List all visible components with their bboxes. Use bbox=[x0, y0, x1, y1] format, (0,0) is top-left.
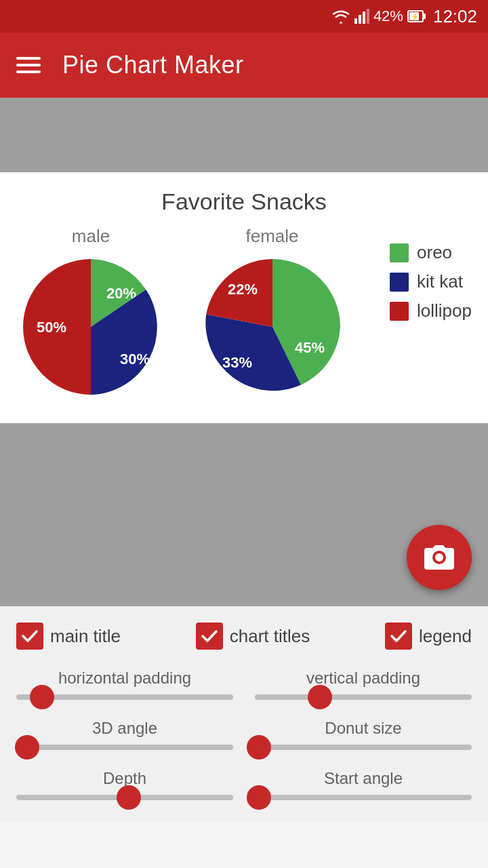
sliders-grid: horizontal padding vertical padding 3D a… bbox=[16, 669, 472, 800]
slider-start-angle-track[interactable] bbox=[255, 795, 472, 800]
camera-icon bbox=[422, 540, 457, 575]
legend-color-kitkat bbox=[390, 273, 409, 292]
chart-titles-checkbox[interactable] bbox=[196, 623, 223, 650]
slider-horizontal-padding-thumb[interactable] bbox=[30, 685, 54, 709]
slider-depth-thumb[interactable] bbox=[117, 785, 141, 810]
slider-horizontal-padding-track[interactable] bbox=[16, 694, 233, 700]
slider-start-angle-thumb[interactable] bbox=[247, 785, 271, 810]
slider-depth-track[interactable] bbox=[16, 795, 233, 800]
svg-rect-5 bbox=[423, 14, 426, 19]
checkmark-icon bbox=[20, 627, 39, 646]
legend-item-lollipop: lollipop bbox=[390, 300, 472, 321]
pie-chart-female: 45% 33% 22% bbox=[198, 252, 347, 401]
svg-text:22%: 22% bbox=[227, 281, 257, 298]
gray-area-top bbox=[0, 98, 488, 172]
legend-label-oreo: oreo bbox=[417, 242, 452, 263]
signal-icon bbox=[354, 9, 369, 24]
legend-color-lollipop bbox=[390, 302, 409, 321]
checkboxes-row: main title chart titles legend bbox=[16, 623, 472, 650]
slider-3d-angle-label: 3D angle bbox=[16, 719, 233, 738]
slider-vertical-padding: vertical padding bbox=[255, 669, 472, 700]
slider-vertical-padding-label: vertical padding bbox=[255, 669, 472, 688]
slider-vertical-padding-track[interactable] bbox=[255, 694, 472, 700]
chart-section: Favorite Snacks male 20% 30% 50% female bbox=[0, 172, 488, 423]
checkbox-legend: legend bbox=[385, 623, 472, 650]
slider-horizontal-padding: horizontal padding bbox=[16, 669, 233, 700]
chart-main-title: Favorite Snacks bbox=[11, 189, 477, 215]
checkmark-icon bbox=[200, 627, 219, 646]
chart-female-label: female bbox=[245, 226, 298, 247]
controls-section: main title chart titles legend horizonta… bbox=[0, 606, 488, 822]
toolbar-title: Pie Chart Maker bbox=[62, 51, 244, 79]
legend: oreo kit kat lollipop bbox=[390, 242, 472, 321]
legend-label-lollipop: lollipop bbox=[417, 300, 472, 321]
chart-row: male 20% 30% 50% female bbox=[11, 226, 477, 401]
wifi-icon bbox=[331, 9, 350, 24]
legend-item-oreo: oreo bbox=[390, 242, 472, 263]
battery-percent: 42% bbox=[373, 7, 403, 25]
slider-3d-angle-thumb[interactable] bbox=[15, 735, 39, 760]
svg-text:50%: 50% bbox=[37, 319, 66, 336]
slider-donut-size: Donut size bbox=[255, 719, 472, 750]
battery-icon: ⚡ bbox=[407, 9, 426, 24]
toolbar: Pie Chart Maker bbox=[0, 33, 488, 98]
gray-area-bottom bbox=[0, 423, 488, 606]
svg-rect-0 bbox=[354, 18, 357, 24]
chart-male: male 20% 30% 50% bbox=[16, 226, 165, 401]
svg-text:⚡: ⚡ bbox=[411, 12, 420, 21]
pie-chart-male: 20% 30% 50% bbox=[16, 252, 165, 401]
svg-rect-2 bbox=[363, 12, 365, 24]
svg-text:33%: 33% bbox=[222, 354, 251, 371]
time: 12:02 bbox=[433, 6, 477, 27]
main-title-label: main title bbox=[50, 626, 121, 647]
chart-titles-label: chart titles bbox=[230, 626, 310, 647]
svg-text:30%: 30% bbox=[120, 351, 150, 368]
legend-color-oreo bbox=[390, 243, 409, 262]
slider-donut-size-track[interactable] bbox=[255, 745, 472, 750]
chart-male-label: male bbox=[72, 226, 110, 247]
slider-3d-angle: 3D angle bbox=[16, 719, 233, 750]
slider-3d-angle-track[interactable] bbox=[16, 745, 233, 750]
chart-female: female 45% 33% 22% bbox=[198, 226, 347, 401]
slider-horizontal-padding-label: horizontal padding bbox=[16, 669, 233, 688]
svg-rect-1 bbox=[359, 15, 361, 24]
status-bar: 42% ⚡ 12:02 bbox=[0, 0, 488, 33]
checkbox-main-title: main title bbox=[16, 623, 121, 650]
legend-item-kitkat: kit kat bbox=[390, 271, 472, 292]
checkmark-icon bbox=[389, 627, 408, 646]
slider-depth: Depth bbox=[16, 769, 233, 800]
slider-donut-size-thumb[interactable] bbox=[247, 735, 271, 760]
svg-rect-3 bbox=[367, 9, 369, 24]
svg-text:45%: 45% bbox=[294, 339, 324, 356]
slider-donut-size-label: Donut size bbox=[255, 719, 472, 738]
legend-label: legend bbox=[419, 626, 472, 647]
legend-label-kitkat: kit kat bbox=[417, 271, 463, 292]
slider-start-angle: Start angle bbox=[255, 769, 472, 800]
menu-button[interactable] bbox=[16, 57, 41, 73]
camera-button[interactable] bbox=[407, 525, 472, 590]
main-title-checkbox[interactable] bbox=[16, 623, 43, 650]
slider-depth-label: Depth bbox=[16, 769, 233, 788]
slider-start-angle-label: Start angle bbox=[255, 769, 472, 788]
slider-vertical-padding-thumb[interactable] bbox=[308, 685, 332, 709]
status-icons: 42% ⚡ 12:02 bbox=[331, 6, 477, 27]
checkbox-chart-titles: chart titles bbox=[196, 623, 310, 650]
legend-checkbox[interactable] bbox=[385, 623, 412, 650]
